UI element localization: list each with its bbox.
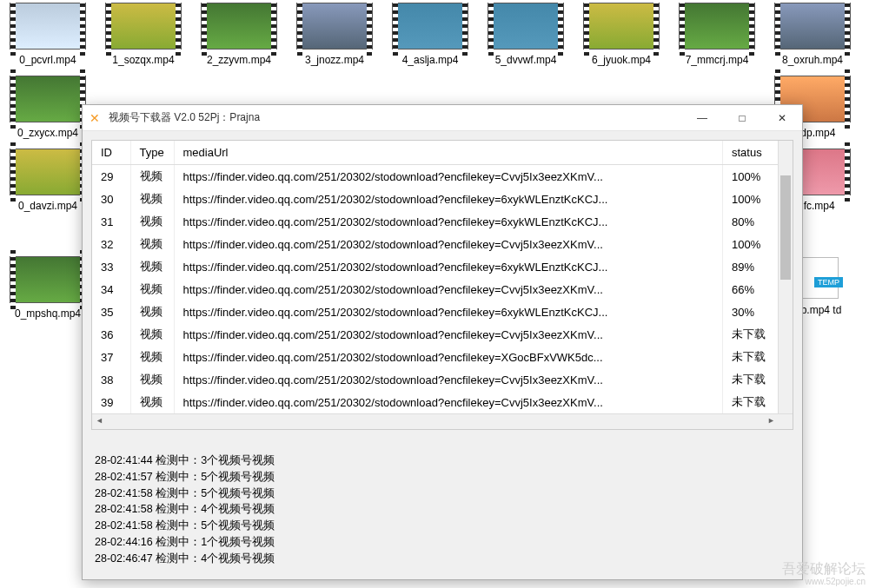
file-thumb[interactable]: 8_oxruh.mp4 [765,3,860,66]
file-label: 1_sozqx.mp4 [96,54,191,66]
log-line: 28-02:41:58 检测中：4个视频号视频 [95,501,793,518]
table-row[interactable]: 32视频https://finder.video.qq.com/251/2030… [92,233,793,255]
cell-type: 视频 [130,368,174,391]
table-row[interactable]: 34视频https://finder.video.qq.com/251/2030… [92,278,793,301]
cell-type: 视频 [130,278,174,301]
cell-id: 35 [92,301,130,323]
table-row[interactable]: 35视频https://finder.video.qq.com/251/2030… [92,301,793,323]
cell-url: https://finder.video.qq.com/251/20302/st… [174,323,723,346]
cell-type: 视频 [130,346,174,368]
video-thumb-icon [202,3,276,49]
cell-id: 30 [92,188,130,210]
close-button[interactable]: ✕ [762,105,802,131]
file-label: 7_mmcrj.mp4 [669,54,765,66]
table-row[interactable]: 31视频https://finder.video.qq.com/251/2030… [92,210,793,233]
file-label: 5_dvvwf.mp4 [478,54,574,66]
window-content: ID Type mediaUrl status 29视频https://find… [83,131,802,579]
cell-url: https://finder.video.qq.com/251/20302/st… [174,210,723,233]
log-line: 28-02:41:58 检测中：5个视频号视频 [95,486,793,502]
cell-type: 视频 [130,391,174,413]
download-table-wrap: ID Type mediaUrl status 29视频https://find… [91,140,793,430]
col-id[interactable]: ID [92,141,130,165]
cell-url: https://finder.video.qq.com/251/20302/st… [174,278,723,301]
cell-url: https://finder.video.qq.com/251/20302/st… [174,165,723,188]
cell-url: https://finder.video.qq.com/251/20302/st… [174,368,723,391]
video-thumb-icon [10,257,85,302]
titlebar[interactable]: ✕ 视频号下载器 V2.0 52Pj：Prajna — □ ✕ [83,105,802,131]
file-label: 6_jyuok.mp4 [574,54,669,66]
cell-id: 38 [92,368,130,391]
video-thumb-icon [297,3,372,49]
cell-url: https://finder.video.qq.com/251/20302/st… [174,391,723,413]
table-row[interactable]: 30视频https://finder.video.qq.com/251/2030… [92,188,793,210]
table-row[interactable]: 36视频https://finder.video.qq.com/251/2030… [92,323,793,346]
cell-type: 视频 [130,323,174,346]
file-thumb[interactable]: 2_zzyvm.mp4 [191,3,287,66]
log-line: 28-02:44:16 检测中：1个视频号视频 [95,534,793,551]
cell-type: 视频 [130,255,174,278]
cell-type: 视频 [130,210,174,233]
col-type[interactable]: Type [130,141,174,165]
video-thumb-icon [584,3,659,49]
cell-url: https://finder.video.qq.com/251/20302/st… [174,346,723,368]
table-row[interactable]: 29视频https://finder.video.qq.com/251/2030… [92,165,793,188]
watermark: 吾爱破解论坛 www.52pojie.cn [782,561,866,586]
file-thumb[interactable]: 6_jyuok.mp4 [574,3,669,66]
cell-id: 37 [92,346,130,368]
col-mediaurl[interactable]: mediaUrl [174,141,723,165]
window-controls: — □ ✕ [682,105,802,131]
maximize-button[interactable]: □ [722,105,762,131]
cell-type: 视频 [130,301,174,323]
cell-type: 视频 [130,165,174,188]
file-label: 0_pcvrl.mp4 [0,54,96,66]
cell-id: 31 [92,210,130,233]
log-line: 28-02:41:58 检测中：5个视频号视频 [95,518,793,534]
app-icon: ✕ [90,111,103,125]
video-thumb-icon [10,149,85,195]
cell-url: https://finder.video.qq.com/251/20302/st… [174,255,723,278]
cell-id: 39 [92,391,130,413]
table-row[interactable]: 33视频https://finder.video.qq.com/251/2030… [92,255,793,278]
file-thumb[interactable]: 4_aslja.mp4 [382,3,478,66]
table-row[interactable]: 38视频https://finder.video.qq.com/251/2030… [92,368,793,391]
horizontal-scrollbar[interactable] [92,413,793,429]
log-line: 28-02:46:47 检测中：4个视频号视频 [95,551,793,567]
file-label: 2_zzyvm.mp4 [191,54,287,66]
cell-id: 34 [92,278,130,301]
video-thumb-icon [106,3,181,49]
vertical-scrollbar[interactable] [778,141,793,413]
watermark-url: www.52pojie.cn [782,577,866,586]
cell-url: https://finder.video.qq.com/251/20302/st… [174,233,723,255]
file-thumb[interactable]: 3_jnozz.mp4 [287,3,382,66]
table-header-row: ID Type mediaUrl status [92,141,793,165]
downloader-window: ✕ 视频号下载器 V2.0 52Pj：Prajna — □ ✕ ID Type … [82,104,803,580]
cell-id: 32 [92,233,130,255]
file-label: 4_aslja.mp4 [382,54,478,66]
video-thumb-icon [775,3,850,49]
video-thumb-icon [680,3,754,49]
video-thumb-icon [488,3,563,49]
video-thumb-icon [10,76,85,122]
table-row[interactable]: 39视频https://finder.video.qq.com/251/2030… [92,391,793,413]
file-thumb[interactable]: 5_dvvwf.mp4 [478,3,574,66]
window-title: 视频号下载器 V2.0 52Pj：Prajna [109,110,682,125]
table-row[interactable]: 37视频https://finder.video.qq.com/251/2030… [92,346,793,368]
file-label: 3_jnozz.mp4 [287,54,382,66]
minimize-button[interactable]: — [682,105,722,131]
file-thumb[interactable]: 0_pcvrl.mp4 [0,3,96,66]
cell-type: 视频 [130,188,174,210]
download-table[interactable]: ID Type mediaUrl status 29视频https://find… [92,141,793,413]
thumb-row: 0_pcvrl.mp41_sozqx.mp42_zzyvm.mp43_jnozz… [0,3,869,76]
log-line: 28-02:41:44 检测中：3个视频号视频 [95,453,793,469]
cell-id: 33 [92,255,130,278]
log-panel: 28-02:41:44 检测中：3个视频号视频28-02:41:57 检测中：5… [91,453,793,566]
scrollbar-thumb[interactable] [780,175,791,280]
file-label: 8_oxruh.mp4 [765,54,860,66]
log-line: 28-02:41:57 检测中：5个视频号视频 [95,469,793,486]
watermark-text: 吾爱破解论坛 [782,561,866,576]
cell-id: 36 [92,323,130,346]
file-thumb[interactable]: 1_sozqx.mp4 [96,3,191,66]
file-thumb[interactable]: 7_mmcrj.mp4 [669,3,765,66]
video-thumb-icon [10,3,85,49]
cell-url: https://finder.video.qq.com/251/20302/st… [174,301,723,323]
